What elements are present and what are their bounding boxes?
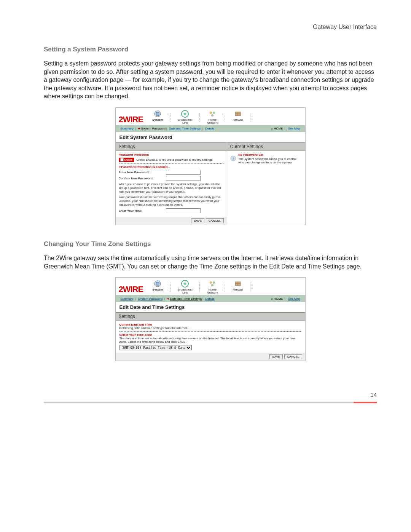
tab-broadband[interactable]: Broadband Link [175,110,196,125]
password-protection-label: Password Protection [119,153,224,157]
confirm-password-label: Confirm New Password: [119,177,164,180]
timezone-select[interactable]: (GMT-08:00) Pacific Time (US & Canada); … [119,345,192,350]
current-date-time-label: Current Date and Time [119,323,301,326]
svg-point-5 [211,114,213,117]
subnav-summary-2[interactable]: Summary [121,297,134,300]
hint-paragraph-2: Your password should be something unique… [119,195,224,207]
subnav-sitemap-2[interactable]: Site Map [288,297,300,300]
brand-logo-2: 2WIRE [119,284,143,294]
firewall-icon [234,280,242,288]
footer-rule [44,402,377,403]
svg-point-16 [211,284,213,286]
svg-rect-12 [156,282,159,285]
tz-body-text: The date and time are automatically set … [119,337,301,343]
settings-header-2: Settings [116,312,305,321]
subnav-home-2[interactable]: HOME [274,297,283,300]
enable-checkbox[interactable]: Enable [119,158,134,162]
tab-system-2[interactable]: System [149,280,166,294]
subnav-home[interactable]: HOME [274,127,283,130]
cancel-button-2[interactable]: CANCEL [284,354,302,359]
settings-header: Settings [116,142,227,151]
subnav-summary[interactable]: Summary [121,127,134,130]
tab-home-network-2[interactable]: Home Network [204,280,221,294]
hint-input[interactable] [166,208,201,213]
figure-timezone: 2WIRE System Broadband Link Home Networ [44,277,377,361]
firewall-icon [234,110,242,118]
subnav-date-time-2[interactable]: Date and Time Settings [170,297,202,300]
section-body-password: Setting a system password protects your … [44,59,377,101]
home-network-icon [209,110,216,118]
tab-system[interactable]: System [149,110,166,125]
svg-point-15 [213,281,215,284]
hint-paragraph-1: When you choose to password protect the … [119,182,224,194]
select-tz-label: Select Your Time Zone [119,333,301,337]
retrieving-text: Retrieving date and time settings from t… [119,326,301,330]
info-icon: i [230,153,236,164]
subnav: Summary | ➔ System Password | Date and T… [116,125,305,132]
section-body-timezone: The 2Wire gateway sets the time automati… [44,254,377,270]
broadband-icon [181,110,189,118]
svg-point-4 [213,112,215,114]
no-password-label: No Password Set [238,153,302,157]
page-title: Edit System Password [116,132,305,142]
tab-home-network[interactable]: Home Network [204,110,221,125]
tab-broadband-2[interactable]: Broadband Link [175,280,196,294]
section-title-timezone: Changing Your Time Zone Settings [44,240,377,248]
if-enabled-label: If Password Protection Is Enabled... [119,165,224,169]
enable-desc: Check ENABLE to require a password to mo… [136,158,213,161]
save-button[interactable]: SAVE [191,218,204,223]
subnav-sitemap[interactable]: Site Map [288,127,300,130]
cancel-button[interactable]: CANCEL [206,218,223,223]
system-icon [154,280,161,288]
svg-point-3 [210,112,212,114]
subnav-details[interactable]: Details [205,127,214,130]
tab-firewall-2[interactable]: Firewall [229,280,246,294]
save-button-2[interactable]: SAVE [269,354,283,359]
subnav-2: Summary | System Password | ➔ Date and T… [116,295,305,302]
section-title-password: Setting a System Password [44,46,377,53]
svg-rect-1 [156,112,159,115]
no-password-body: The system password allows you to contro… [238,157,296,164]
subnav-date-time[interactable]: Date and Time Settings [169,127,201,130]
page-number: 14 [44,391,377,398]
system-icon [154,110,161,118]
brand-logo: 2WIRE [119,115,143,125]
figure-password: 2WIRE System Broadband Link Home Networ [44,107,377,225]
home-network-icon [209,280,216,288]
enter-hint-label: Enter Your Hint: [119,209,164,212]
subnav-system-password-2[interactable]: System Password [138,297,162,300]
svg-point-14 [210,281,212,284]
confirm-password-input[interactable] [166,176,201,181]
subnav-details-2[interactable]: Details [205,297,214,300]
current-settings-header: Current Settings [227,142,305,151]
page-title-2: Edit Date and Time Settings [116,302,305,312]
subnav-system-password[interactable]: System Password [141,127,166,130]
page-header: Gateway User Interface [44,24,377,30]
new-password-input[interactable] [166,170,201,175]
new-password-label: Enter New Password: [119,171,164,174]
broadband-icon [181,280,189,288]
tab-firewall[interactable]: Firewall [229,110,246,125]
